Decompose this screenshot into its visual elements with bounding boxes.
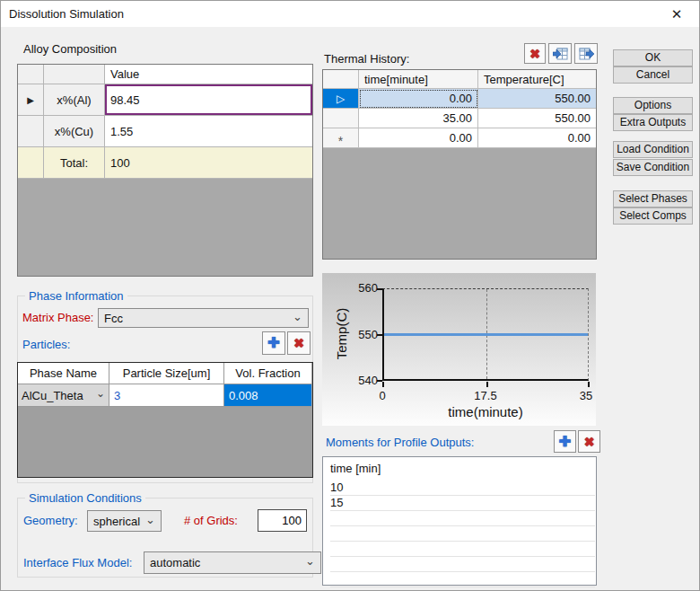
thermal-time-2[interactable]: 0.00 — [359, 128, 478, 148]
temperature-column-header[interactable]: Temperature[C] — [478, 70, 596, 89]
table-row: AlCu_Theta ⌄ 3 0.008 — [18, 384, 312, 407]
delete-icon: ✖ — [293, 337, 304, 349]
save-condition-button[interactable]: Save Condition — [613, 159, 693, 176]
time-column-header[interactable]: time[minute] — [359, 70, 478, 89]
geometry-label: Geometry: — [23, 514, 78, 527]
chevron-down-icon: ⌄ — [293, 314, 302, 319]
thermal-time-0[interactable]: 0.00 — [359, 89, 478, 109]
moments-list[interactable]: time [min] 10 15 — [322, 456, 597, 586]
alloy-row-indicator[interactable] — [18, 116, 44, 147]
add-particle-button[interactable]: ✚ — [262, 331, 285, 355]
temperature-line — [384, 333, 588, 336]
alloy-total-value: 100 — [105, 147, 312, 179]
list-item-empty — [330, 557, 595, 572]
table-row: ▷ 0.00 550.00 — [323, 89, 596, 109]
import-thermal-table-button[interactable] — [548, 43, 572, 64]
delete-icon: ✖ — [529, 48, 540, 60]
alloy-name-header — [44, 65, 105, 84]
thermal-temp-1[interactable]: 550.00 — [478, 109, 596, 128]
vol-fraction-header: Vol. Fraction — [224, 363, 311, 384]
chevron-down-icon: ⌄ — [96, 392, 105, 396]
table-row: * 0.00 0.00 — [323, 128, 596, 148]
thermal-temp-2[interactable]: 0.00 — [478, 128, 596, 148]
alloy-cu-value[interactable]: 1.55 — [105, 116, 312, 147]
add-moment-button[interactable]: ✚ — [554, 430, 576, 453]
particles-label: Particles: — [22, 338, 70, 351]
alloy-row-al-label[interactable]: x%(Al) — [44, 84, 105, 116]
particles-header-row: Phase Name Particle Size[um] Vol. Fracti… — [18, 363, 312, 384]
simulation-conditions-group: Simulation Conditions Geometry: spherica… — [17, 498, 313, 578]
thermal-row-indicator[interactable] — [323, 109, 359, 128]
phase-information-title: Phase Information — [25, 289, 127, 303]
x-axis-label: time(minute) — [414, 404, 557, 419]
thermal-header-row: time[minute] Temperature[C] — [323, 70, 596, 89]
ytick-560: 560 — [347, 281, 378, 295]
alloy-al-value[interactable]: 98.45 — [105, 84, 312, 115]
grids-input[interactable] — [258, 509, 307, 532]
delete-thermal-row-button[interactable]: ✖ — [524, 43, 546, 64]
particle-size-value[interactable]: 3 — [109, 384, 224, 407]
xtick-17-5: 17.5 — [471, 389, 500, 402]
title-bar: Dissolution Simulation ✕ — [1, 1, 699, 27]
table-row: 35.00 550.00 — [323, 109, 596, 128]
select-phases-button[interactable]: Select Phases — [613, 190, 693, 207]
delete-particle-button[interactable]: ✖ — [287, 331, 311, 355]
list-item-empty — [330, 511, 595, 526]
export-table-icon — [579, 48, 594, 60]
list-item-empty — [330, 526, 595, 542]
thermal-corner-cell — [323, 70, 359, 89]
alloy-total-label: Total: — [44, 147, 105, 179]
window-title: Dissolution Simulation — [9, 7, 124, 21]
phase-information-group: Phase Information Matrix Phase: Fcc ⌄ Pa… — [17, 296, 313, 483]
xtick-0: 0 — [374, 389, 390, 402]
table-row: x%(Cu) 1.55 — [18, 116, 312, 147]
simulation-conditions-title: Simulation Conditions — [25, 491, 145, 505]
thermal-temp-0[interactable]: 550.00 — [478, 89, 596, 109]
thermal-history-grid: time[minute] Temperature[C] ▷ 0.00 550.0… — [322, 69, 597, 260]
ytick-540: 540 — [347, 374, 378, 387]
close-icon[interactable]: ✕ — [667, 5, 687, 23]
alloy-header-row: Value — [18, 65, 312, 84]
new-row-icon[interactable]: * — [323, 128, 359, 148]
selected-row-icon[interactable]: ▷ — [323, 89, 359, 109]
list-item[interactable]: 10 — [330, 481, 595, 496]
grids-label: # of Grids: — [184, 514, 238, 527]
cancel-button[interactable]: Cancel — [613, 66, 693, 84]
alloy-value-header: Value — [105, 65, 312, 84]
alloy-composition-grid: Value ▶ x%(Al) 98.45 x%(Cu) 1.55 Total: … — [17, 64, 313, 277]
table-row: ▶ x%(Al) 98.45 — [18, 84, 312, 116]
alloy-al-value-cell[interactable]: 98.45 — [105, 84, 312, 116]
list-item-empty — [330, 572, 595, 587]
geometry-select[interactable]: spherical ⌄ — [87, 510, 162, 532]
list-item[interactable]: 15 — [330, 496, 595, 511]
particles-table: Phase Name Particle Size[um] Vol. Fracti… — [17, 362, 313, 478]
thermal-time-1[interactable]: 35.00 — [359, 109, 478, 128]
xtick-35: 35 — [576, 389, 596, 402]
current-row-icon[interactable]: ▶ — [18, 84, 44, 116]
delete-moment-button[interactable]: ✖ — [578, 430, 600, 453]
ok-button[interactable]: OK — [613, 49, 693, 66]
alloy-corner-cell — [18, 65, 44, 84]
plus-icon: ✚ — [267, 336, 279, 350]
alloy-composition-label: Alloy Composition — [23, 42, 117, 56]
matrix-phase-select[interactable]: Fcc ⌄ — [98, 308, 309, 328]
options-button[interactable]: Options — [613, 97, 693, 114]
vol-fraction-value[interactable]: 0.008 — [224, 384, 311, 407]
load-condition-button[interactable]: Load Condition — [613, 141, 693, 158]
alloy-row-cu-label[interactable]: x%(Cu) — [44, 116, 105, 147]
interface-flux-model-select[interactable]: automatic ⌄ — [144, 551, 321, 574]
y-axis-label: Temp(C) — [334, 285, 349, 384]
chevron-down-icon: ⌄ — [145, 517, 155, 522]
chevron-down-icon: ⌄ — [305, 560, 315, 564]
phase-name-select[interactable]: AlCu_Theta ⌄ — [18, 384, 109, 407]
list-item-empty — [330, 542, 595, 557]
alloy-total-row: Total: 100 — [18, 147, 312, 179]
plus-icon: ✚ — [559, 435, 571, 449]
matrix-phase-label: Matrix Phase: — [22, 311, 93, 324]
select-comps-button[interactable]: Select Comps — [613, 207, 693, 225]
thermal-history-label: Thermal History: — [324, 52, 409, 66]
chart-plot-area — [382, 288, 589, 381]
particle-size-header: Particle Size[um] — [109, 363, 224, 384]
extra-outputs-button[interactable]: Extra Outputs — [613, 114, 693, 131]
export-thermal-table-button[interactable] — [574, 43, 598, 64]
